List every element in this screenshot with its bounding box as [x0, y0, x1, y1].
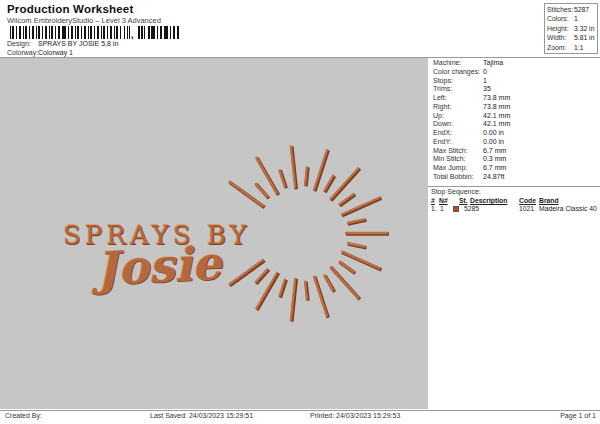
- created-by-label: Created By:: [5, 412, 42, 419]
- info-right: Right:73.8 mm: [433, 103, 598, 112]
- col-stitches: St.: [459, 197, 468, 204]
- design-stats-box: Stitches:5287 Colors:1 Height:3.32 in Wi…: [544, 3, 598, 54]
- info-down: Down:42.1 mm: [433, 120, 598, 129]
- thread-color-swatch: [453, 206, 459, 212]
- design-text-josie: Josie: [95, 236, 223, 296]
- stat-stitches: Stitches:5287: [547, 5, 595, 14]
- info-stops: Stops:1: [433, 77, 598, 86]
- page-number: Page 1 of 1: [560, 412, 596, 419]
- stat-zoom: Zoom:1:1: [547, 43, 595, 52]
- stat-width: Width:5.81 in: [547, 33, 595, 42]
- design-name: SPRAYS BY JOSIE 5,8 in: [38, 40, 118, 47]
- machine-info-panel: Machine:Tajima Color changes:0 Stops:1 T…: [433, 59, 598, 182]
- colorway-name: Colorway 1: [38, 49, 73, 56]
- last-saved-label: Last Saved: 24/03/2023 15:29:51: [150, 412, 253, 419]
- page-title: Production Worksheet: [7, 3, 133, 15]
- footer-divider: [0, 410, 600, 411]
- info-machine: Machine:Tajima: [433, 59, 598, 68]
- barcode-icon: [10, 26, 130, 39]
- info-color-changes: Color changes:0: [433, 68, 598, 77]
- printed-label: Printed: 24/03/2023 15:29:53: [310, 412, 400, 419]
- barcode-icon: [138, 26, 179, 39]
- col-brand: Brand: [539, 197, 559, 204]
- col-needle: N#: [439, 197, 448, 204]
- info-up: Up:42.1 mm: [433, 112, 598, 121]
- design-label: Design:: [7, 40, 31, 47]
- info-total-bobbin: Total Bobbin:24.87ft: [433, 173, 598, 182]
- app-subtitle: Wilcom EmbroideryStudio – Level 3 Advanc…: [7, 16, 161, 25]
- stop-sequence-divider: [428, 186, 600, 187]
- info-left: Left:73.8 mm: [433, 94, 598, 103]
- info-trims: Trims:35: [433, 85, 598, 94]
- col-description: Description: [470, 197, 507, 204]
- stat-height: Height:3.32 in: [547, 24, 595, 33]
- info-endx: EndX:0.00 in: [433, 129, 598, 138]
- col-num: #: [431, 197, 435, 204]
- info-max-jump: Max Jump:6.7 mm: [433, 164, 598, 173]
- stat-colors: Colors:1: [547, 14, 595, 23]
- design-preview-canvas: SPRAYS BY Josie: [0, 58, 428, 409]
- barcode-separator: ,: [131, 30, 134, 40]
- info-max-stitch: Max Stitch:6.7 mm: [433, 147, 598, 156]
- info-endy: EndY:0.00 in: [433, 138, 598, 147]
- info-min-stitch: Min Stitch:0.3 mm: [433, 155, 598, 164]
- colorway-label: Colorway:: [7, 49, 38, 56]
- stop-sequence-title: Stop Sequence:: [431, 188, 481, 195]
- col-code: Code: [519, 197, 536, 204]
